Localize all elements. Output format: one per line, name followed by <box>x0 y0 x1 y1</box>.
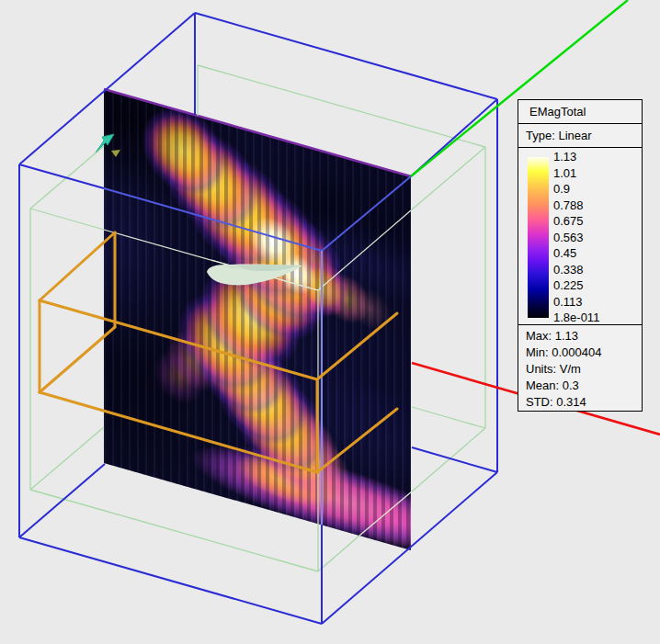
waveguide-edge <box>317 409 397 472</box>
waveguide-edge <box>317 313 397 379</box>
legend-title: EMagTotal <box>518 100 642 124</box>
scale-value: 0.225 <box>553 278 638 293</box>
legend-scale-type: Type: Linear <box>518 124 642 148</box>
inner-box-edge <box>412 407 485 428</box>
inner-box-edge <box>318 210 411 290</box>
markers <box>96 134 120 157</box>
inner-box-edge <box>318 536 359 571</box>
color-key-legend[interactable]: EMagTotal Type: Linear 1.131.010.90.7880… <box>518 99 643 412</box>
legend-statistics: Max: 1.13Min: 0.000404Units: V/mMean: 0.… <box>518 325 642 411</box>
outer-box-edge <box>19 464 105 537</box>
inner-box-edge <box>412 428 485 491</box>
excitation-arrow-icon <box>96 134 114 153</box>
scale-value: 0.338 <box>553 263 638 277</box>
scale-value: 1.13 <box>553 150 638 164</box>
inner-box-edge <box>30 490 318 571</box>
colorbar-gradient <box>528 157 549 318</box>
inner-box-edge <box>30 209 104 230</box>
waveguide-edge <box>40 300 317 379</box>
waveguide-edge <box>40 327 115 392</box>
stat-line: Units: V/m <box>526 361 642 378</box>
outer-box-edge <box>322 472 497 624</box>
scale-value: 0.675 <box>553 214 638 229</box>
scale-value: 1.8e-011 <box>553 311 638 325</box>
outer-box-edge <box>19 537 322 624</box>
stat-line: Max: 1.13 <box>526 328 642 345</box>
outer-box-edge <box>322 176 411 251</box>
stat-line: Min: 0.000404 <box>526 345 642 361</box>
colorbar-scale-labels: 1.131.010.90.7880.6750.5630.450.3380.225… <box>553 150 638 325</box>
plane-top-border <box>104 89 411 176</box>
legend-colorbar-zone: 1.131.010.90.7880.6750.5630.450.3380.225… <box>518 148 642 325</box>
scale-value: 0.113 <box>553 295 638 310</box>
inner-box-edge <box>359 491 412 536</box>
inner-box-edge <box>411 147 485 210</box>
waveguide-edge <box>40 232 115 300</box>
scale-value: 0.9 <box>553 182 638 197</box>
outer-box-edge <box>19 164 104 188</box>
inner-box-edge <box>198 65 485 147</box>
inner-box-edge <box>30 427 104 490</box>
stat-line: STD: 0.314 <box>526 394 642 411</box>
outer-box-edge <box>412 447 497 472</box>
outer-box-wireframe <box>19 13 497 624</box>
waveguide-edge <box>40 392 317 472</box>
scale-value: 0.45 <box>553 246 638 261</box>
stat-line: Mean: 0.3 <box>526 378 642 394</box>
scale-value: 1.01 <box>553 166 638 181</box>
viewport-3d[interactable]: EMagTotal Type: Linear 1.131.010.90.7880… <box>0 0 660 644</box>
outer-box-edge <box>104 188 322 251</box>
outer-box-edge <box>195 13 497 99</box>
olive-triangle-icon <box>111 150 120 157</box>
scale-value: 0.788 <box>553 198 638 213</box>
scale-value: 0.563 <box>553 231 638 245</box>
